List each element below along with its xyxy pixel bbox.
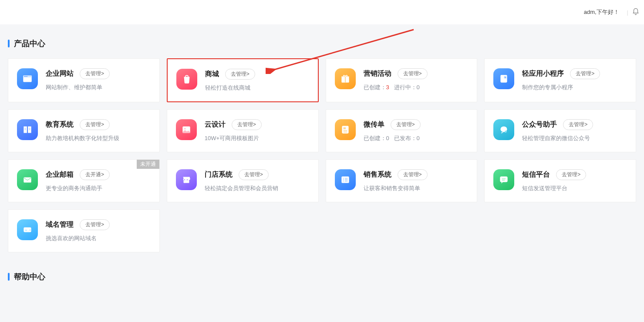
card-sms[interactable]: 短信平台 去管理> 短信发送管理平台: [484, 159, 636, 202]
card-desc: 制作您的专属小程序: [522, 84, 627, 91]
shop-icon: [176, 69, 197, 90]
card-cloud-design[interactable]: 云设计 去管理> 10W+可商用模板图片: [167, 109, 319, 152]
status-badge: 未开通: [137, 160, 159, 169]
card-enterprise-site[interactable]: 企业网站 去管理> 网站制作、维护都简单: [8, 58, 160, 102]
svg-point-25: [343, 178, 344, 179]
stat-label: 进行中：: [394, 84, 417, 91]
manage-button[interactable]: 去管理>: [563, 119, 593, 130]
card-title: 企业邮箱: [46, 170, 74, 179]
flyer-icon: [335, 119, 356, 140]
card-desc: 短信发送管理平台: [522, 184, 627, 192]
products-grid: 企业网站 去管理> 网站制作、维护都简单 商城 去管理> 轻松打造在线商城: [8, 58, 636, 252]
stat-value: 0: [386, 135, 389, 141]
section-title-help: 帮助中心: [8, 272, 636, 282]
card-title: 商城: [205, 70, 219, 79]
card-title: 域名管理: [46, 220, 74, 229]
card-desc: 让获客和销售变得简单: [364, 184, 469, 192]
card-miniapp[interactable]: 轻应用小程序 去管理> 制作您的专属小程序: [484, 58, 636, 102]
manage-button[interactable]: 去管理>: [232, 119, 262, 130]
mail-icon: [17, 169, 38, 190]
svg-point-27: [343, 179, 344, 180]
stat-value: 0: [417, 135, 420, 141]
card-email[interactable]: 未开通 企业邮箱 去开通> 更专业的商务沟通助手: [8, 159, 160, 202]
svg-point-29: [343, 181, 344, 181]
card-title: 公众号助手: [522, 120, 557, 129]
card-title: 微传单: [364, 120, 384, 129]
card-title: 企业网站: [46, 69, 74, 78]
svg-rect-17: [343, 127, 345, 129]
card-mall[interactable]: 商城 去管理> 轻松打造在线商城: [167, 58, 319, 102]
card-desc: 挑选喜欢的网站域名: [46, 235, 151, 242]
manage-button[interactable]: 去管理>: [80, 119, 110, 130]
section-title-products: 产品中心: [8, 38, 636, 49]
miniapp-icon: [493, 68, 514, 89]
open-button[interactable]: 去开通>: [80, 169, 110, 180]
card-domain[interactable]: w.= 域名管理 去管理> 挑选喜欢的网站域名: [8, 209, 160, 252]
card-desc: 已创建：0 已发布：0: [364, 134, 469, 142]
stat-label: 已创建：: [364, 84, 386, 91]
card-title: 轻应用小程序: [522, 69, 564, 78]
bell-icon[interactable]: [632, 8, 640, 17]
card-sales-system[interactable]: 销售系统 去管理> 让获客和销售变得简单: [326, 159, 478, 202]
svg-text:w.=: w.=: [25, 228, 31, 232]
manage-button[interactable]: 去管理>: [239, 169, 269, 180]
manage-button[interactable]: 去管理>: [391, 119, 421, 130]
list-icon: [335, 169, 356, 190]
svg-rect-8: [501, 75, 507, 82]
card-education[interactable]: 教育系统 去管理> 助力教培机构数字化转型升级: [8, 109, 160, 152]
chat-icon: [493, 169, 514, 190]
svg-point-3: [25, 76, 26, 77]
card-desc: 网站制作、维护都简单: [46, 84, 151, 91]
card-title: 教育系统: [46, 120, 74, 129]
card-desc: 已创建：3 进行中：0: [364, 84, 469, 91]
card-title: 销售系统: [364, 170, 391, 179]
card-desc: 更专业的商务沟通助手: [46, 184, 151, 192]
top-bar: adm,下午好！ |: [0, 0, 644, 24]
svg-point-15: [184, 128, 185, 129]
manage-button[interactable]: 去管理>: [398, 68, 428, 79]
card-store-system[interactable]: 门店系统 去管理> 轻松搞定会员管理和会员营销: [167, 159, 319, 202]
divider: |: [627, 9, 628, 16]
manage-button[interactable]: 去管理>: [80, 219, 110, 230]
card-title: 云设计: [205, 120, 226, 129]
manage-button[interactable]: 去管理>: [80, 68, 110, 79]
card-title: 营销活动: [364, 69, 391, 78]
card-desc: 轻松管理自家的微信公众号: [522, 134, 627, 142]
stat-value: 3: [386, 84, 389, 91]
book-icon: [17, 119, 38, 140]
domain-icon: w.=: [17, 219, 38, 240]
manage-button[interactable]: 去管理>: [398, 169, 428, 180]
card-title: 短信平台: [522, 170, 550, 179]
card-title: 门店系统: [205, 170, 233, 179]
stat-label: 已发布：: [394, 135, 417, 141]
image-icon: [176, 119, 197, 140]
wechat-icon: [493, 119, 514, 140]
card-marketing[interactable]: 营销活动 去管理> 已创建：3 进行中：0: [326, 58, 478, 102]
stat-value: 0: [417, 84, 420, 91]
svg-rect-7: [344, 77, 345, 83]
svg-rect-31: [500, 176, 508, 182]
svg-point-4: [27, 76, 27, 77]
manage-button[interactable]: 去管理>: [225, 69, 255, 80]
card-desc: 10W+可商用模板图片: [205, 134, 310, 142]
gift-icon: [335, 68, 356, 89]
card-flyer[interactable]: 微传单 去管理> 已创建：0 已发布：0: [326, 109, 478, 152]
stat-label: 已创建：: [364, 135, 386, 141]
user-greeting: adm,下午好！: [584, 8, 619, 16]
card-desc: 助力教培机构数字化转型升级: [46, 134, 151, 142]
store-icon: [176, 169, 197, 190]
website-icon: [17, 68, 38, 89]
card-wechat-helper[interactable]: 公众号助手 去管理> 轻松管理自家的微信公众号: [484, 109, 636, 152]
svg-point-2: [24, 76, 25, 77]
card-desc: 轻松打造在线商城: [205, 84, 309, 92]
svg-rect-23: [183, 180, 189, 183]
manage-button[interactable]: 去管理>: [570, 68, 600, 79]
manage-button[interactable]: 去管理>: [556, 169, 586, 180]
card-desc: 轻松搞定会员管理和会员营销: [205, 184, 310, 192]
